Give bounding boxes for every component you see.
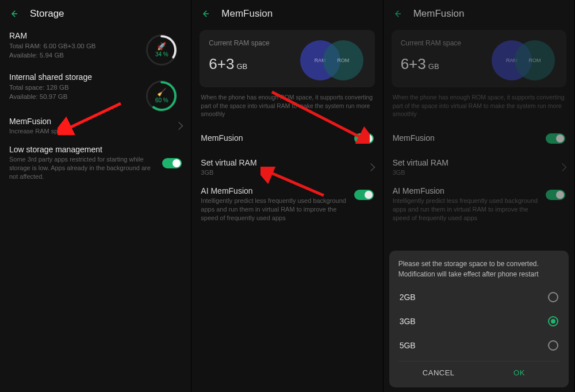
helper-text: When the phone has enough ROM space, it … [191,93,382,124]
svg-point-0 [148,36,175,64]
ram-card: Current RAM space 6+3GB RAM ROM [392,30,566,87]
memfusion-sub: Increase RAM space [9,127,171,136]
cancel-button[interactable]: CANCEL [398,362,479,384]
ok-button[interactable]: OK [479,362,559,384]
lowstorage-sub: Some 3rd party apps restricted for start… [9,155,158,181]
venn-rom: ROM [323,40,363,80]
ram-card: Current RAM space 6+3GB RAM ROM [200,30,374,87]
header: Storage [0,0,191,25]
back-icon[interactable] [392,8,403,20]
venn-diagram: RAM ROM [492,40,561,86]
radio-icon[interactable] [548,292,558,302]
ram-gauge[interactable]: 🚀 34 % [146,34,177,66]
panel-storage: Storage RAM Total RAM: 6.00 GB+3.00 GB A… [0,0,191,392]
dialog-message: Please set the storage space to be conve… [398,259,559,279]
radio-option[interactable]: 5GB [398,333,559,358]
storage-gauge[interactable]: 🧹 60 % [146,80,177,112]
ai-toggle [546,190,565,200]
ai-label: AI MemFusion [201,186,349,195]
header: MemFusion [384,0,574,25]
radio-icon[interactable] [548,340,558,351]
radio-icon[interactable] [548,316,558,326]
page-title: MemFusion [413,8,465,20]
svr-sub: 3GB [201,168,363,177]
lowstorage-toggle[interactable] [162,158,182,168]
lowstorage-label: Low storage management [9,145,158,154]
memfusion-toggle[interactable] [354,133,374,144]
ai-toggle[interactable] [354,190,374,200]
ai-memfusion-row[interactable]: AI MemFusion Intelligently predict less … [191,182,382,227]
radio-option[interactable]: 2GB [398,285,559,309]
virtual-ram-dialog: Please set the storage space to be conve… [389,251,569,387]
radio-label: 5GB [400,341,416,350]
back-icon[interactable] [8,8,20,20]
set-virtual-ram-row: Set virtual RAM 3GB [384,153,574,182]
svr-label: Set virtual RAM [201,158,363,167]
memfusion-toggle-row: MemFusion [384,124,574,153]
helper-text: When the phone has enough ROM space, it … [384,93,574,124]
memfusion-toggle-row[interactable]: MemFusion [191,124,382,153]
back-icon[interactable] [200,8,211,20]
venn-rom: ROM [515,40,555,80]
page-title: Storage [30,8,64,20]
memfusion-toggle [546,133,565,144]
radio-option[interactable]: 3GB [398,309,559,333]
ai-sub: Intelligently predict less frequently us… [201,197,349,222]
panel-memfusion-dialog: MemFusion Current RAM space 6+3GB RAM RO… [384,0,575,392]
svg-point-1 [148,82,175,110]
dialog-buttons: CANCEL OK [398,361,559,384]
chevron-right-icon [367,163,375,171]
radio-label: 3GB [400,317,416,326]
venn-diagram: RAM ROM [300,40,369,86]
page-title: MemFusion [221,8,273,20]
memfusion-row[interactable]: MemFusion Increase RAM space [0,112,191,140]
ai-memfusion-row: AI MemFusion Intelligently predict less … [384,182,574,227]
low-storage-row[interactable]: Low storage management Some 3rd party ap… [0,140,191,186]
header: MemFusion [191,0,382,25]
memfusion-label: MemFusion [9,117,171,126]
set-virtual-ram-row[interactable]: Set virtual RAM 3GB [191,153,382,182]
chevron-right-icon [558,163,566,171]
mf-label: MemFusion [201,133,243,143]
radio-label: 2GB [400,293,416,302]
chevron-right-icon [175,122,183,130]
panel-memfusion: MemFusion Current RAM space 6+3GB RAM RO… [191,0,383,392]
